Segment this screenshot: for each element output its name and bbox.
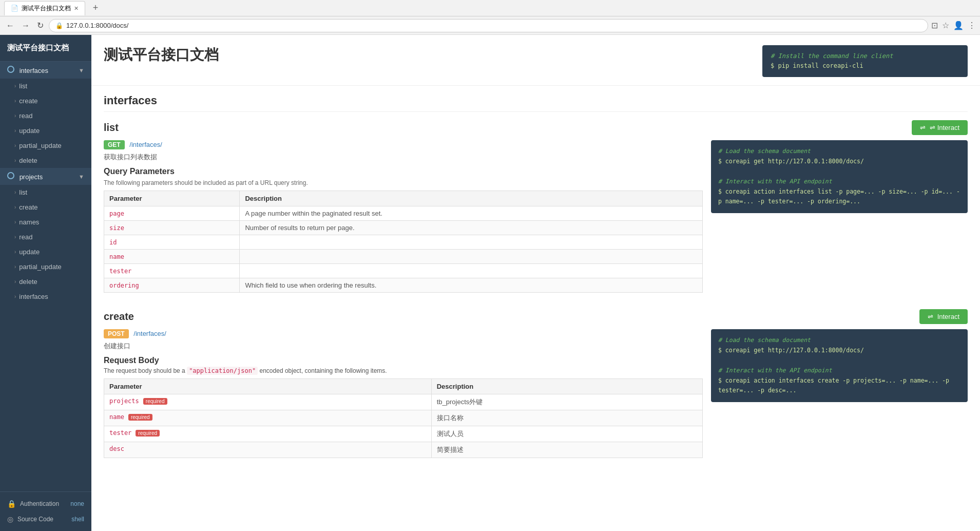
interact-icon-create: ⇌ — [928, 313, 933, 320]
list-code-cmd1: $ coreapi get http://127.0.0.1:8000/docs… — [718, 157, 960, 167]
method-badge-post: POST — [104, 329, 129, 338]
sidebar-footer-authentication[interactable]: 🔒 Authentication none — [0, 496, 91, 511]
sidebar-item-projects-create[interactable]: › create — [0, 200, 91, 215]
create-code-comment2: # Interact with the API endpoint — [718, 366, 960, 376]
browser-titlebar: 📄 测试平台接口文档 ✕ + — [0, 0, 980, 16]
interact-button-create[interactable]: ⇌ Interact — [919, 309, 968, 324]
endpoint-list-title: list — [104, 122, 119, 134]
endpoint-list-desc: 获取接口列表数据 — [104, 153, 703, 162]
install-cmd: $ pip install coreapi-cli — [771, 61, 959, 71]
star-icon[interactable]: ☆ — [942, 21, 949, 30]
endpoint-create-title: create — [104, 311, 134, 323]
param-desc-cell: 简要描述 — [431, 442, 702, 458]
table-row: sizeNumber of results to return per page… — [104, 221, 703, 235]
create-code-comment1: # Load the schema document — [718, 335, 960, 346]
chevron-icon-projects: ▼ — [79, 174, 84, 180]
cast-icon[interactable]: ⊡ — [931, 21, 938, 30]
secure-icon: 🔒 — [55, 22, 63, 29]
tab-title: 测试平台接口文档 — [22, 4, 71, 13]
param-name-cell: projects — [109, 397, 139, 405]
param-desc-cell: A page number within the paginated resul… — [240, 206, 703, 221]
params-table-create: Parameter Description projectsrequiredtb… — [104, 378, 703, 458]
param-name-cell: name — [109, 413, 124, 421]
sidebar-item-projects-read[interactable]: › read — [0, 230, 91, 244]
param-desc-cell: tb_projects外键 — [431, 394, 702, 410]
table-row: projectsrequiredtb_projects外键 — [104, 394, 703, 410]
url-text: 127.0.0.1:8000/docs/ — [66, 22, 921, 29]
endpoint-create: create ⇌ Interact POST /interfaces/ 创建接口… — [104, 309, 968, 458]
param-desc-cell — [240, 235, 703, 250]
param-desc-cell: 接口名称 — [431, 410, 702, 426]
required-badge: required — [143, 398, 167, 405]
endpoint-create-row: POST /interfaces/ 创建接口 Request Body The … — [104, 329, 968, 458]
authentication-icon: 🔒 — [7, 500, 16, 508]
sidebar-item-interfaces-partial-update[interactable]: › partial_update — [0, 138, 91, 153]
sidebar-item-interfaces-list[interactable]: › list — [0, 79, 91, 93]
request-body-desc: The request body should be a "applicatio… — [104, 367, 703, 374]
code-panel-list: # Load the schema document $ coreapi get… — [711, 140, 968, 213]
param-name-cell: tester — [109, 268, 131, 275]
table-row: namerequired接口名称 — [104, 410, 703, 426]
back-button[interactable]: ← — [4, 20, 16, 31]
list-code-comment2: # Interact with the API endpoint — [718, 177, 960, 187]
endpoint-create-desc: 创建接口 — [104, 342, 703, 351]
interact-button-list[interactable]: ⇌ ⇌ Interact — [912, 120, 968, 135]
param-desc-cell — [240, 264, 703, 278]
endpoint-list: list ⇌ ⇌ Interact GET /interfaces/ 获取接口列… — [104, 120, 968, 293]
source-code-badge: shell — [71, 516, 84, 523]
account-icon[interactable]: 👤 — [953, 21, 964, 30]
param-name-cell: id — [109, 239, 117, 246]
col-desc-create: Description — [431, 379, 702, 394]
table-row: name — [104, 250, 703, 264]
sidebar-item-interfaces-read[interactable]: › read — [0, 108, 91, 123]
doc-header: 测试平台接口文档 # Install the command line clie… — [91, 35, 980, 86]
reload-button[interactable]: ↻ — [35, 20, 46, 31]
section-icon-interfaces: interfaces — [7, 66, 48, 74]
sidebar-section-header-interfaces[interactable]: interfaces ▼ — [0, 62, 91, 79]
endpoint-list-right: # Load the schema document $ coreapi get… — [711, 140, 968, 213]
sidebar-section-interfaces: interfaces ▼ › list › create › read › up… — [0, 62, 91, 168]
forward-button[interactable]: → — [20, 20, 32, 31]
endpoint-create-left: POST /interfaces/ 创建接口 Request Body The … — [104, 329, 703, 458]
table-row: pageA page number within the paginated r… — [104, 206, 703, 221]
table-row: id — [104, 235, 703, 250]
sidebar-item-projects-update[interactable]: › update — [0, 244, 91, 259]
param-name-cell: page — [109, 210, 124, 217]
sidebar-section-header-projects[interactable]: projects ▼ — [0, 168, 91, 185]
sidebar: 测试平台接口文档 interfaces ▼ › list › create › … — [0, 35, 91, 531]
sidebar-item-projects-interfaces[interactable]: › interfaces — [0, 289, 91, 304]
menu-icon[interactable]: ⋮ — [968, 21, 976, 30]
endpoint-create-header: create ⇌ Interact — [104, 309, 968, 324]
section-heading: interfaces — [104, 94, 968, 112]
tab-favicon: 📄 — [11, 5, 18, 12]
params-table-list: Parameter Description pageA page number … — [104, 191, 703, 293]
sidebar-item-projects-delete[interactable]: › delete — [0, 274, 91, 289]
param-name-cell: name — [109, 253, 124, 260]
interact-icon-list: ⇌ — [920, 124, 926, 131]
endpoint-list-row: GET /interfaces/ 获取接口列表数据 Query Paramete… — [104, 140, 968, 293]
sidebar-item-interfaces-delete[interactable]: › delete — [0, 153, 91, 168]
tab-close-btn[interactable]: ✕ — [74, 5, 79, 12]
sidebar-item-projects-list[interactable]: › list — [0, 185, 91, 200]
install-code-box: # Install the command line client $ pip … — [762, 45, 968, 77]
browser-toolbar: ← → ↻ 🔒 127.0.0.1:8000/docs/ ⊡ ☆ 👤 ⋮ — [0, 16, 980, 35]
sidebar-item-projects-partial-update[interactable]: › partial_update — [0, 259, 91, 274]
new-tab-button[interactable]: + — [89, 2, 102, 14]
sidebar-item-interfaces-create[interactable]: › create — [0, 93, 91, 108]
toolbar-icons: ⊡ ☆ 👤 ⋮ — [931, 21, 976, 30]
list-code-comment1: # Load the schema document — [718, 146, 960, 157]
browser-tab[interactable]: 📄 测试平台接口文档 ✕ — [4, 1, 85, 15]
sidebar-item-projects-names[interactable]: › names — [0, 215, 91, 230]
page-container: 测试平台接口文档 interfaces ▼ › list › create › … — [0, 35, 980, 531]
sidebar-item-interfaces-update[interactable]: › update — [0, 123, 91, 138]
params-title-list: Query Parameters — [104, 167, 703, 176]
address-bar[interactable]: 🔒 127.0.0.1:8000/docs/ — [49, 19, 928, 32]
endpoint-create-method-path: POST /interfaces/ — [104, 329, 703, 338]
sidebar-footer-source-code[interactable]: ◎ Source Code shell — [0, 511, 91, 527]
chevron-icon-interfaces: ▼ — [79, 67, 84, 73]
param-desc-cell: Which field to use when ordering the res… — [240, 278, 703, 293]
param-desc-cell — [240, 250, 703, 264]
create-code-cmd2: $ coreapi action interfaces create -p pr… — [718, 376, 960, 396]
sidebar-title: 测试平台接口文档 — [0, 35, 91, 62]
section-icon-projects: projects — [7, 172, 43, 181]
